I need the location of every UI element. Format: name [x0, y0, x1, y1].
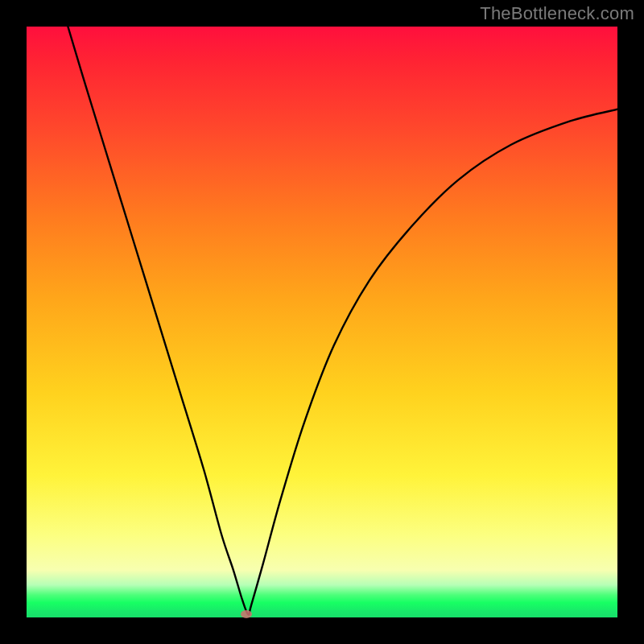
plot-area	[27, 27, 617, 617]
chart-frame: TheBottleneck.com	[0, 0, 644, 644]
bottleneck-curve	[27, 27, 617, 617]
watermark-text: TheBottleneck.com	[480, 3, 634, 24]
optimum-marker	[241, 610, 252, 618]
